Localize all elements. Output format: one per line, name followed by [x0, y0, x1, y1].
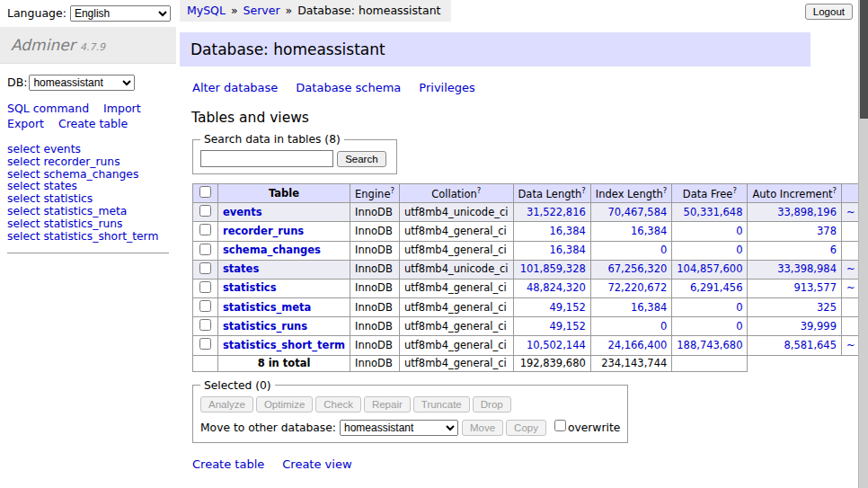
db-action-link[interactable]: Database schema: [296, 81, 401, 94]
sidebar-nav-row: SQL commandImport: [7, 102, 169, 117]
auto-increment-link[interactable]: 8,581,645: [784, 339, 837, 351]
sidebar-nav-link[interactable]: SQL command: [7, 102, 89, 115]
data-length-link[interactable]: 16,384: [550, 225, 586, 237]
scrollbar[interactable]: [858, 0, 868, 488]
index-length-link[interactable]: 70,467,584: [607, 206, 667, 218]
main-content: MySQL » Server » Database: homeassistant…: [180, 0, 810, 488]
table-name-link[interactable]: schema_changes: [223, 244, 321, 256]
data-free-link[interactable]: 50,331,648: [684, 206, 743, 218]
optimize-button[interactable]: [256, 396, 313, 413]
index-length-link[interactable]: 72,220,672: [607, 281, 667, 294]
auto-increment-link[interactable]: 33,398,984: [777, 262, 837, 275]
index-length-link[interactable]: 16,384: [631, 225, 667, 237]
data-free-link[interactable]: 0: [736, 244, 742, 256]
overwrite-checkbox[interactable]: [554, 420, 566, 431]
auto-increment-link[interactable]: 33,898,196: [777, 206, 837, 218]
index-length-link[interactable]: 0: [660, 320, 667, 333]
search-input[interactable]: [200, 150, 333, 167]
data-length-link[interactable]: 16,384: [550, 244, 586, 256]
index-length-cell: 0: [590, 317, 672, 336]
move-db-select[interactable]: homeassistant: [340, 420, 458, 436]
check-button[interactable]: [315, 396, 361, 413]
drop-button[interactable]: [473, 396, 511, 413]
analyze-button[interactable]: [200, 396, 253, 413]
repair-button[interactable]: [364, 396, 411, 413]
data-length-link[interactable]: 49,152: [550, 320, 586, 333]
table-name-link[interactable]: statistics_short_term: [223, 339, 345, 351]
data-length-link[interactable]: 49,152: [550, 301, 586, 314]
logout-button[interactable]: [805, 4, 853, 20]
sidebar-nav-link[interactable]: Create table: [58, 117, 128, 130]
column-help-link[interactable]: ?: [581, 186, 586, 195]
sidebar-table-link[interactable]: select states: [7, 181, 169, 193]
index-length-link[interactable]: 0: [660, 244, 667, 256]
data-free-link[interactable]: 6,291,456: [690, 281, 743, 294]
column-help-link[interactable]: ?: [663, 186, 668, 195]
auto-increment-link[interactable]: 378: [817, 225, 837, 237]
row-checkbox[interactable]: [199, 244, 211, 255]
sidebar-nav-link[interactable]: Export: [7, 117, 44, 130]
data-free-link[interactable]: 188,743,680: [677, 339, 742, 351]
move-button[interactable]: [462, 420, 503, 436]
index-length-link[interactable]: 24,166,400: [607, 339, 667, 351]
sidebar-table-link[interactable]: select recorder_runs: [7, 156, 169, 169]
data-length-link[interactable]: 10,502,144: [527, 339, 586, 351]
data-free-link[interactable]: 0: [736, 301, 742, 314]
row-checkbox[interactable]: [199, 281, 211, 293]
copy-button[interactable]: [506, 420, 546, 436]
table-name-link[interactable]: recorder_runs: [223, 225, 304, 237]
auto-increment-link[interactable]: 325: [817, 301, 837, 314]
auto-increment-link[interactable]: 39,999: [801, 320, 837, 333]
table-name-link[interactable]: statistics_runs: [223, 320, 307, 333]
auto-increment-cell: 378: [748, 222, 842, 241]
data-length-link[interactable]: 31,522,816: [527, 206, 586, 218]
row-checkbox[interactable]: [199, 300, 211, 312]
search-button[interactable]: [337, 151, 385, 167]
table-name-link[interactable]: statistics_meta: [223, 301, 311, 314]
table-name-link[interactable]: events: [223, 206, 262, 218]
create-link[interactable]: Create table: [192, 457, 264, 471]
data-free-link[interactable]: 0: [736, 320, 742, 333]
breadcrumb-link[interactable]: Server: [244, 4, 280, 17]
table-row: schema_changesInnoDButf8mb4_general_ci16…: [193, 241, 868, 260]
data-length-link[interactable]: 101,859,328: [520, 262, 586, 275]
column-help-link[interactable]: ?: [390, 186, 394, 195]
db-action-link[interactable]: Privileges: [419, 81, 475, 94]
table-name-link[interactable]: states: [223, 262, 259, 275]
index-length-link[interactable]: 67,256,320: [607, 262, 667, 275]
row-checkbox[interactable]: [199, 338, 211, 350]
table-name-link[interactable]: statistics: [223, 281, 277, 294]
row-checkbox[interactable]: [199, 205, 211, 217]
row-checkbox[interactable]: [199, 224, 211, 235]
sidebar-table-link[interactable]: select statistics_runs: [7, 218, 169, 231]
db-action-link[interactable]: Alter database: [192, 81, 278, 94]
create-link[interactable]: Create view: [282, 457, 351, 471]
row-checkbox[interactable]: [199, 262, 211, 274]
index-length-link[interactable]: 16,384: [631, 301, 667, 314]
sidebar-table-link[interactable]: select events: [7, 144, 169, 156]
breadcrumb-link[interactable]: MySQL: [187, 4, 226, 17]
truncate-button[interactable]: [413, 396, 470, 413]
select-all-checkbox[interactable]: [199, 186, 211, 198]
sidebar-table-link[interactable]: select statistics: [7, 193, 169, 206]
engine-cell: InnoDB: [350, 279, 400, 297]
scrollbar-thumb[interactable]: [860, 0, 868, 119]
sidebar-nav-link[interactable]: Import: [103, 102, 141, 115]
data-free-link[interactable]: 0: [736, 225, 742, 237]
sidebar-table-link[interactable]: select statistics_short_term: [7, 231, 169, 244]
language-select[interactable]: English: [70, 5, 171, 22]
auto-increment-link[interactable]: 6: [830, 244, 837, 256]
row-checkbox[interactable]: [199, 319, 211, 331]
sidebar-table-link[interactable]: select statistics_meta: [7, 206, 169, 218]
breadcrumb: MySQL » Server » Database: homeassistant: [180, 0, 451, 22]
data-length-link[interactable]: 48,824,320: [527, 281, 586, 294]
column-help-link[interactable]: ?: [477, 186, 482, 195]
data-free-cell: 6,291,456: [672, 279, 748, 297]
db-select[interactable]: homeassistant: [29, 75, 135, 91]
data-free-link[interactable]: 104,857,600: [677, 262, 742, 275]
column-header: Index Length?: [590, 184, 672, 203]
sidebar-table-link[interactable]: select schema_changes: [7, 169, 169, 182]
column-help-link[interactable]: ?: [832, 186, 837, 195]
auto-increment-link[interactable]: 913,577: [793, 281, 837, 294]
column-help-link[interactable]: ?: [732, 186, 737, 195]
